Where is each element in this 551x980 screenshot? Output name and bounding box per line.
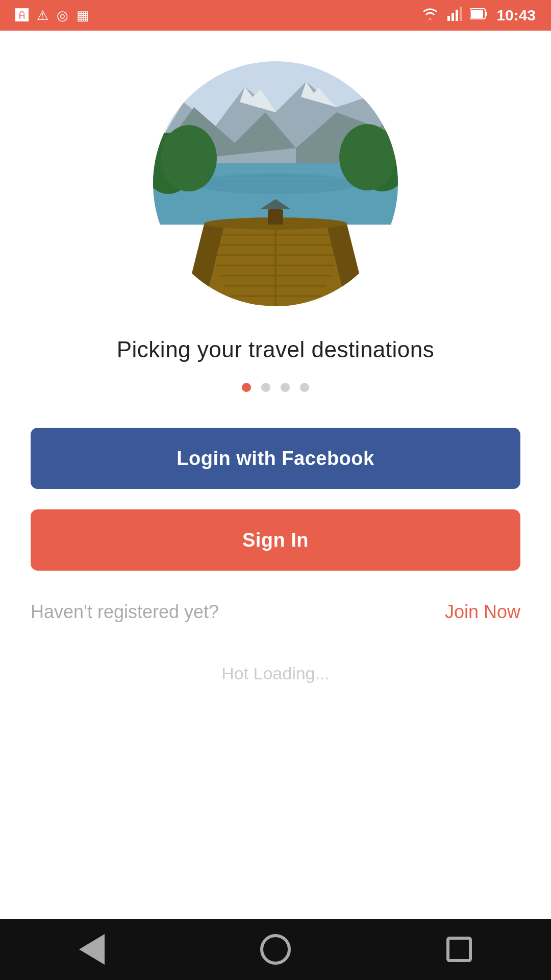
dot-1[interactable] bbox=[242, 383, 251, 392]
status-time: 10:43 bbox=[496, 7, 536, 24]
recents-icon bbox=[446, 937, 472, 962]
svg-rect-2 bbox=[456, 10, 458, 21]
signal-icon bbox=[447, 7, 462, 24]
nav-bar bbox=[0, 919, 551, 980]
status-icons-left: 🅰 ⚠ ◎ ▦ bbox=[15, 9, 89, 22]
dot-4[interactable] bbox=[300, 383, 309, 392]
nav-recents-button[interactable] bbox=[439, 929, 480, 970]
svg-rect-3 bbox=[460, 7, 462, 21]
notification-icon-1: 🅰 bbox=[15, 9, 29, 22]
nav-home-button[interactable] bbox=[255, 929, 296, 970]
facebook-login-button[interactable]: Login with Facebook bbox=[31, 428, 520, 489]
tagline: Picking your travel destinations bbox=[117, 337, 435, 362]
svg-point-19 bbox=[161, 125, 217, 191]
circle-icon: ◎ bbox=[57, 9, 68, 22]
home-icon bbox=[260, 934, 291, 965]
svg-rect-34 bbox=[268, 209, 283, 225]
join-now-link[interactable]: Join Now bbox=[445, 601, 520, 623]
nav-back-button[interactable] bbox=[71, 929, 112, 970]
svg-point-21 bbox=[339, 124, 395, 190]
hero-image bbox=[153, 61, 398, 306]
main-content: Picking your travel destinations Login w… bbox=[0, 31, 551, 919]
svg-rect-5 bbox=[471, 10, 483, 18]
wifi-icon bbox=[421, 7, 439, 24]
back-icon bbox=[79, 934, 105, 965]
dot-2[interactable] bbox=[261, 383, 270, 392]
svg-rect-1 bbox=[452, 13, 454, 21]
warning-icon: ⚠ bbox=[37, 9, 48, 22]
register-prompt-text: Haven't registered yet? bbox=[31, 601, 219, 623]
dot-3[interactable] bbox=[281, 383, 290, 392]
pagination-dots bbox=[242, 383, 309, 392]
svg-rect-0 bbox=[447, 16, 450, 21]
svg-rect-6 bbox=[485, 12, 487, 16]
svg-point-14 bbox=[194, 174, 357, 194]
battery-icon bbox=[470, 8, 488, 23]
signin-button[interactable]: Sign In bbox=[31, 509, 520, 571]
grid-icon: ▦ bbox=[77, 9, 89, 22]
status-bar: 🅰 ⚠ ◎ ▦ 10:43 bbox=[0, 0, 551, 31]
status-icons-right: 10:43 bbox=[421, 7, 536, 24]
hot-loading-text: Hot Loading... bbox=[221, 664, 330, 683]
register-row: Haven't registered yet? Join Now bbox=[31, 601, 520, 623]
